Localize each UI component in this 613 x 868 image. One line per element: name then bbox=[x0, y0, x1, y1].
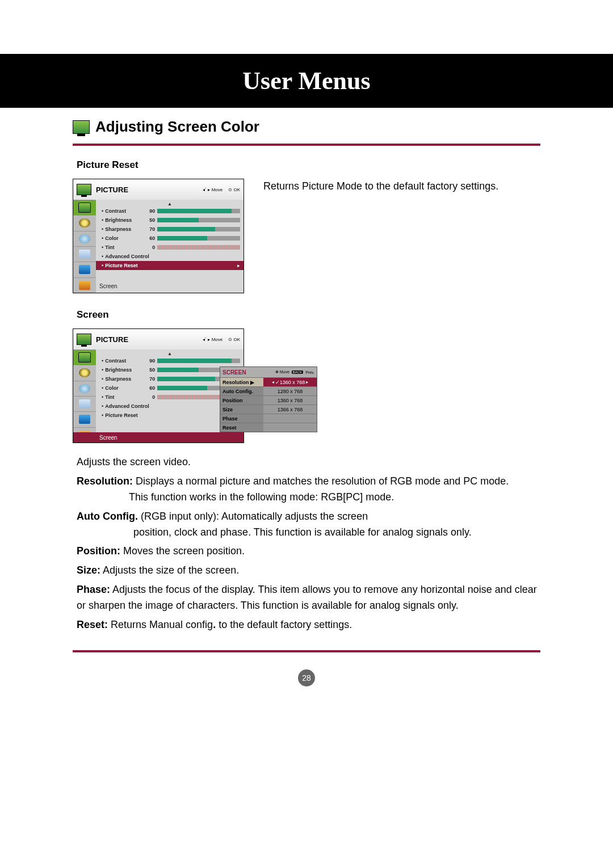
popup-row-phase[interactable]: Phase bbox=[220, 414, 317, 423]
divider bbox=[73, 144, 540, 146]
divider bbox=[73, 650, 540, 652]
sidebar-item-network[interactable] bbox=[73, 262, 96, 277]
popup-row-position[interactable]: Position1360 x 768 bbox=[220, 395, 317, 404]
osd-title-bar: PICTURE ◂ ̂ ▸ Move ⊙ OK bbox=[73, 329, 243, 349]
popup-row-size[interactable]: Size1366 x 768 bbox=[220, 404, 317, 414]
up-arrow-icon[interactable]: ▲ bbox=[96, 351, 243, 356]
popup-row-autoconfig[interactable]: Auto Config.1280 x 768 bbox=[220, 386, 317, 395]
tv-icon bbox=[73, 120, 90, 134]
section-title: Adjusting Screen Color bbox=[95, 118, 259, 136]
desc-position: Position: Moves the screen position. bbox=[77, 543, 540, 559]
desc-resolution: Resolution: Displays a normal picture an… bbox=[77, 474, 540, 505]
row-advanced[interactable]: •Advanced Control bbox=[96, 252, 243, 261]
screen-section-label: Screen bbox=[77, 309, 613, 321]
sidebar-item-time[interactable] bbox=[73, 231, 96, 246]
up-arrow-icon[interactable]: ▲ bbox=[96, 201, 243, 207]
page-title: User Menus bbox=[242, 66, 370, 95]
sidebar-item-audio[interactable] bbox=[73, 365, 96, 380]
prev-hint: BACK bbox=[292, 370, 303, 374]
sidebar-item-option[interactable] bbox=[73, 246, 96, 262]
popup-title: SCREEN bbox=[222, 369, 246, 376]
desc-size: Size: Adjusts the size of the screen. bbox=[77, 563, 540, 579]
move-hint: ✥ Move bbox=[275, 370, 289, 374]
page-number: 28 bbox=[298, 669, 315, 686]
row-color[interactable]: •Color60 bbox=[96, 234, 243, 243]
popup-row-reset[interactable]: Reset bbox=[220, 423, 317, 432]
sidebar-item-network[interactable] bbox=[73, 411, 96, 427]
tv-icon bbox=[77, 334, 91, 345]
move-hint: ◂ ̂ ▸ Move bbox=[203, 187, 222, 192]
desc-phase: Phase: Adjusts the focus of the display.… bbox=[77, 582, 540, 614]
osd-picture-1: PICTURE ◂ ̂ ▸ Move ⊙ OK ▲ •Contrast bbox=[73, 179, 244, 293]
desc-reset: Reset: Returns Manual config. to the def… bbox=[77, 617, 540, 633]
osd-title: PICTURE bbox=[96, 186, 128, 194]
row-tint[interactable]: •Tint0 bbox=[96, 243, 243, 252]
ok-hint: ⊙ OK bbox=[228, 187, 240, 192]
osd-title: PICTURE bbox=[96, 335, 128, 344]
screen-row-highlight[interactable]: Screen bbox=[73, 432, 243, 443]
desc-intro: Adjusts the screen video. bbox=[77, 454, 540, 470]
osd-title-bar: PICTURE ◂ ̂ ▸ Move ⊙ OK bbox=[73, 179, 243, 200]
row-sharpness[interactable]: •Sharpness70 bbox=[96, 225, 243, 234]
osd-sidebar bbox=[73, 349, 96, 443]
screen-label[interactable]: Screen bbox=[99, 283, 117, 289]
sidebar-item-option[interactable] bbox=[73, 396, 96, 411]
sidebar-item-time[interactable] bbox=[73, 381, 96, 396]
row-brightness[interactable]: •Brightness50 bbox=[96, 216, 243, 225]
osd-sidebar bbox=[73, 200, 96, 293]
row-picture-reset[interactable]: •Picture Reset▸ bbox=[96, 261, 243, 270]
header-bar: User Menus bbox=[0, 54, 613, 108]
popup-row-resolution[interactable]: Resolution ▶ ◂✓ 1360 x 768▸ bbox=[220, 377, 317, 386]
ok-hint: ⊙ OK bbox=[228, 337, 240, 342]
row-contrast[interactable]: •Contrast90 bbox=[96, 207, 243, 216]
section-header: Adjusting Screen Color bbox=[0, 108, 613, 141]
sidebar-item-audio[interactable] bbox=[73, 215, 96, 230]
osd-picture-2: PICTURE ◂ ̂ ▸ Move ⊙ OK ▲ •Contrast bbox=[73, 328, 244, 443]
picture-reset-desc: Returns Picture Mode to the default fact… bbox=[263, 179, 540, 194]
popup-header: SCREEN ✥ Move BACK Prev. bbox=[220, 367, 317, 377]
sidebar-item-usb[interactable] bbox=[73, 277, 96, 293]
desc-autoconfig: Auto Config. (RGB input only): Automatic… bbox=[77, 509, 540, 541]
picture-reset-label: Picture Reset bbox=[77, 159, 613, 171]
move-hint: ◂ ̂ ▸ Move bbox=[203, 337, 222, 342]
row-contrast[interactable]: •Contrast90 bbox=[96, 356, 243, 365]
sidebar-item-picture[interactable] bbox=[73, 200, 96, 215]
tv-icon bbox=[77, 184, 91, 195]
sidebar-item-picture[interactable] bbox=[73, 349, 96, 365]
screen-popup: SCREEN ✥ Move BACK Prev. Resolution ▶ ◂✓… bbox=[220, 366, 317, 432]
description-block: Adjusts the screen video. Resolution: Di… bbox=[0, 443, 613, 633]
osd-main: ▲ •Contrast90 •Brightness50 •Sharpness70… bbox=[96, 200, 243, 293]
